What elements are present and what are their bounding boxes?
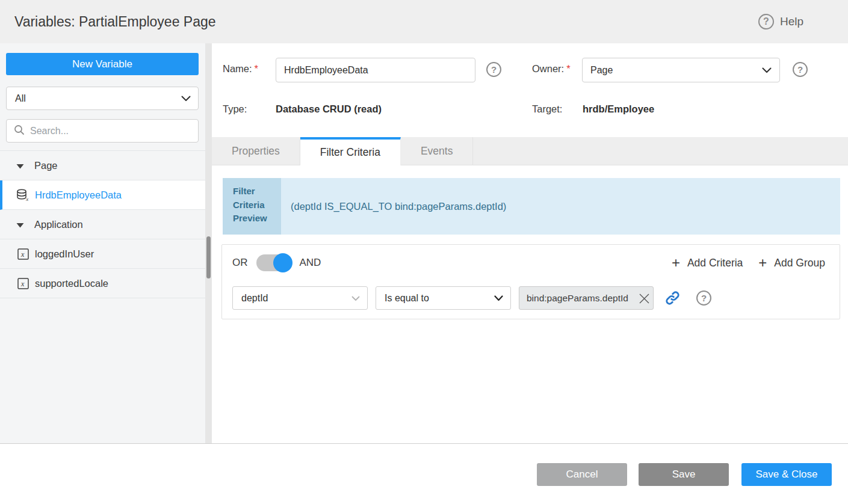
dialog-footer: Cancel Save Save & Close	[0, 444, 848, 504]
database-icon: x	[16, 189, 29, 201]
target-label: Target:	[532, 103, 562, 115]
svg-text:x: x	[20, 280, 25, 288]
required-asterisk: *	[566, 63, 570, 74]
add-criteria-label: Add Criteria	[687, 257, 743, 269]
preview-label: Filter Criteria Preview	[223, 178, 281, 235]
target-value: hrdb/Employee	[583, 103, 654, 115]
condition-value: Is equal to	[385, 293, 429, 304]
tree-group-page[interactable]: Page	[0, 151, 205, 180]
tree-item-label: loggedInUser	[35, 248, 94, 260]
bind-value-text: bind:pageParams.deptId	[527, 293, 628, 304]
add-criteria-button[interactable]: + Add Criteria	[672, 256, 743, 270]
tab-filter-criteria[interactable]: Filter Criteria	[300, 137, 401, 165]
search-icon	[14, 124, 25, 138]
dialog-header: Variables: PartialEmployee Page ? Help	[0, 0, 848, 43]
add-group-button[interactable]: + Add Group	[758, 256, 825, 270]
help-label: Help	[780, 15, 803, 28]
owner-value: Page	[590, 65, 613, 76]
cancel-button[interactable]: Cancel	[537, 463, 627, 486]
page-title: Variables: PartialEmployee Page	[14, 14, 216, 30]
type-value: Database CRUD (read)	[276, 103, 382, 115]
help-button[interactable]: ? Help	[758, 0, 803, 43]
tree-group-label: Page	[34, 160, 58, 171]
name-help-icon[interactable]: ?	[486, 62, 501, 77]
field-select[interactable]: deptId	[232, 286, 368, 310]
new-variable-button[interactable]: New Variable	[6, 53, 199, 75]
tree-group-label: Application	[34, 219, 83, 230]
editor-tabs: Properties Filter Criteria Events	[212, 137, 848, 165]
criteria-toolbar: OR AND + Add Criteria + Add Group	[232, 253, 825, 272]
variable-editor: Name:* ? Owner:* Page ? Type: Database C…	[212, 43, 848, 444]
save-button[interactable]: Save	[639, 463, 729, 486]
variable-icon: x	[16, 278, 29, 289]
required-asterisk: *	[255, 63, 258, 74]
criteria-group: OR AND + Add Criteria + Add Group	[221, 244, 840, 319]
variable-filter-select[interactable]: All	[6, 87, 199, 110]
variable-icon: x	[16, 248, 29, 260]
chevron-down-icon	[181, 93, 191, 104]
help-icon: ?	[758, 14, 774, 29]
or-and-toggle[interactable]	[256, 254, 291, 271]
variables-tree: Page x HrdbEmployeeData Application x lo…	[0, 150, 205, 298]
chevron-down-icon	[762, 65, 772, 76]
owner-label: Owner:*	[532, 63, 571, 75]
preview-value: (deptId IS_EQUAL_TO bind:pageParams.dept…	[281, 178, 840, 235]
field-value: deptId	[241, 293, 268, 304]
plus-icon: +	[672, 256, 680, 270]
criteria-help-icon[interactable]: ?	[696, 290, 711, 306]
and-label: AND	[300, 257, 321, 269]
add-group-label: Add Group	[774, 257, 825, 269]
tree-item-supportedlocale[interactable]: x supportedLocale	[0, 269, 205, 298]
tab-events[interactable]: Events	[401, 137, 474, 165]
chevron-down-icon	[494, 293, 503, 304]
name-label: Name:*	[223, 63, 258, 75]
plus-icon: +	[758, 256, 767, 270]
name-field[interactable]	[276, 58, 475, 82]
bind-value-chip[interactable]: bind:pageParams.deptId	[519, 286, 654, 310]
sidebar-scrollbar[interactable]	[205, 43, 212, 444]
svg-text:x: x	[20, 250, 25, 259]
owner-help-icon[interactable]: ?	[793, 62, 808, 77]
variables-sidebar: New Variable All Page x	[0, 43, 212, 444]
chevron-down-icon	[351, 293, 360, 304]
tab-properties[interactable]: Properties	[212, 137, 300, 165]
scrollbar-thumb[interactable]	[206, 236, 211, 278]
type-label: Type:	[223, 103, 247, 115]
variables-dialog: Variables: PartialEmployee Page ? Help N…	[0, 0, 848, 504]
criteria-actions: + Add Criteria + Add Group	[672, 256, 825, 270]
tree-item-hrdbemployeedata[interactable]: x HrdbEmployeeData	[0, 180, 205, 210]
toggle-knob	[273, 253, 292, 272]
tree-group-application[interactable]: Application	[0, 210, 205, 239]
triangle-down-icon	[16, 160, 24, 171]
tree-item-label: HrdbEmployeeData	[35, 189, 122, 201]
tree-item-label: supportedLocale	[35, 278, 108, 289]
owner-select[interactable]: Page	[582, 58, 780, 82]
bind-link-icon[interactable]	[664, 290, 681, 306]
save-and-close-button[interactable]: Save & Close	[741, 463, 832, 486]
criteria-row: deptId Is equal to bind:pageParams.deptI…	[232, 286, 711, 310]
close-icon[interactable]	[638, 292, 651, 307]
svg-text:x: x	[25, 195, 28, 201]
search-input[interactable]	[30, 126, 191, 137]
triangle-down-icon	[16, 219, 24, 230]
variable-search	[6, 119, 199, 143]
or-label: OR	[232, 257, 248, 269]
variable-filter-value: All	[15, 93, 26, 104]
filter-criteria-preview: Filter Criteria Preview (deptId IS_EQUAL…	[223, 178, 840, 235]
tree-item-loggedinuser[interactable]: x loggedInUser	[0, 239, 205, 269]
condition-select[interactable]: Is equal to	[376, 286, 511, 310]
